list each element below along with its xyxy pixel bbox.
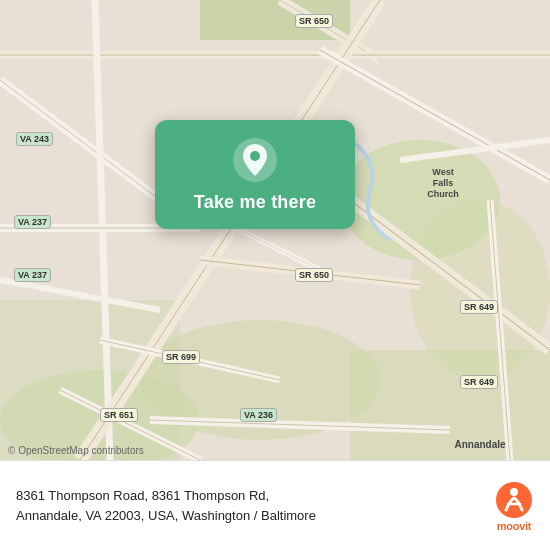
- svg-point-43: [496, 482, 532, 518]
- take-me-there-label: Take me there: [194, 192, 316, 213]
- address-line1: 8361 Thompson Road, 8361 Thompson Rd,: [16, 488, 269, 503]
- moovit-logo: moovit: [494, 480, 534, 532]
- road-label-sr650-mid: SR 650: [295, 268, 333, 282]
- svg-text:Annandale: Annandale: [454, 439, 506, 450]
- copyright-text: © OpenStreetMap contributors: [8, 445, 144, 456]
- road-label-sr651: SR 651: [100, 408, 138, 422]
- road-label-va237-top: VA 237: [14, 215, 51, 229]
- svg-text:Church: Church: [427, 189, 459, 199]
- road-label-sr699: SR 699: [162, 350, 200, 364]
- svg-point-42: [250, 151, 260, 161]
- map-view: West Falls Church Annandale SR 650 VA 24…: [0, 0, 550, 460]
- info-bar: 8361 Thompson Road, 8361 Thompson Rd, An…: [0, 460, 550, 550]
- svg-point-44: [510, 488, 518, 496]
- road-label-sr649-top: SR 649: [460, 300, 498, 314]
- moovit-name: moovit: [497, 520, 531, 532]
- svg-text:West: West: [432, 167, 453, 177]
- address-block: 8361 Thompson Road, 8361 Thompson Rd, An…: [16, 486, 484, 525]
- road-label-va237-bot: VA 237: [14, 268, 51, 282]
- address-text: 8361 Thompson Road, 8361 Thompson Rd, An…: [16, 486, 484, 525]
- moovit-icon: [494, 480, 534, 520]
- take-me-there-popup[interactable]: Take me there: [155, 120, 355, 229]
- svg-text:Falls: Falls: [433, 178, 454, 188]
- road-label-sr650-top: SR 650: [295, 14, 333, 28]
- road-label-sr649-bot: SR 649: [460, 375, 498, 389]
- road-label-va236: VA 236: [240, 408, 277, 422]
- svg-point-6: [410, 200, 550, 380]
- address-line2: Annandale, VA 22003, USA, Washington / B…: [16, 508, 316, 523]
- location-pin-icon: [233, 138, 277, 182]
- road-label-va243: VA 243: [16, 132, 53, 146]
